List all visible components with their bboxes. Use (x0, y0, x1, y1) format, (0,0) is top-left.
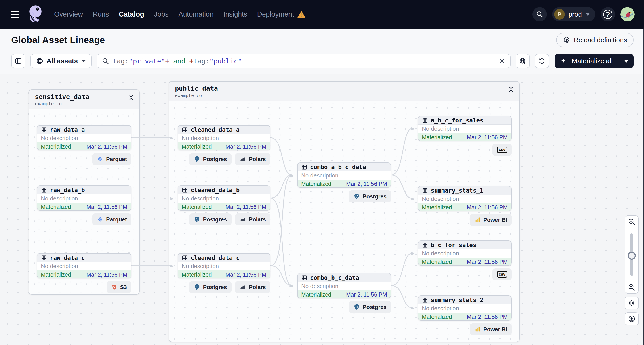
collapse-group-button[interactable] (128, 93, 134, 102)
asset-name: a_b_c_for_sales (431, 117, 483, 124)
kind-badge-s3[interactable]: S3 (106, 281, 132, 293)
zoom-out-button[interactable] (625, 281, 638, 294)
polars-icon (240, 216, 246, 223)
zoom-slider-thumb[interactable] (628, 252, 636, 260)
lineage-canvas[interactable]: sensitive_data example_co public_data ex… (0, 74, 644, 345)
materialization-timestamp: Mar 2, 11:56 PM (226, 144, 266, 150)
kind-badge-postgres[interactable]: Postgres (349, 190, 391, 202)
asset-node-raw-data-c[interactable]: raw_data_c No description MaterializedMa… (37, 253, 132, 278)
nav-item-automation[interactable]: Automation (178, 10, 214, 18)
refresh-button[interactable] (535, 54, 549, 68)
materialize-options-button[interactable] (619, 54, 634, 68)
status-badge: Materialized (41, 204, 71, 210)
group-repo: example_co (175, 93, 218, 98)
graph-settings-button[interactable] (624, 296, 639, 310)
kind-badge-postgres[interactable]: Postgres (189, 214, 232, 226)
polars-icon (240, 156, 246, 162)
asset-node-raw-data-a[interactable]: raw_data_a No description MaterializedMa… (37, 125, 132, 150)
table-icon (301, 274, 308, 281)
reload-definitions-label: Reload definitions (574, 36, 627, 44)
group-name: public_data (175, 85, 218, 92)
collapse-group-button[interactable] (508, 85, 514, 94)
asset-node-summary-stats-1[interactable]: summary_stats_1 No description Materiali… (418, 186, 512, 211)
clear-filter-button[interactable] (498, 58, 505, 64)
kind-badge-powerbi[interactable]: Power BI (470, 323, 512, 336)
kind-badge-parquet[interactable]: Parquet (92, 214, 132, 226)
asset-name: combo_b_c_data (310, 274, 359, 281)
kind-badge-csv[interactable]: csv (492, 268, 512, 280)
zoom-controls (624, 215, 639, 294)
open-panel-button[interactable] (11, 54, 26, 68)
nav-item-catalog[interactable]: Catalog (119, 10, 144, 18)
reload-cube-icon (563, 36, 570, 44)
page-header: Global Asset Lineage Reload definitions (0, 28, 644, 52)
table-icon (182, 127, 188, 133)
kind-badge-csv[interactable]: csv (492, 144, 512, 156)
question-icon: ? (603, 10, 612, 19)
asset-name: cleaned_data_b (190, 187, 240, 194)
environment-switcher[interactable]: P prod (552, 7, 595, 22)
panel-toggle-icon (14, 57, 22, 65)
download-image-button[interactable] (624, 312, 639, 325)
kind-badge-polars[interactable]: Polars (235, 153, 270, 165)
dagster-app: Overview Runs Catalog Jobs Automation In… (0, 0, 644, 345)
status-badge: Materialized (422, 314, 452, 320)
asset-node-a-b-c-for-sales[interactable]: a_b_c_for_sales No description Materiali… (418, 116, 512, 141)
asset-name: raw_data_b (50, 187, 85, 194)
asset-description: No description (37, 194, 131, 203)
nav-item-insights[interactable]: Insights (224, 10, 247, 18)
search-icon (536, 11, 543, 18)
reload-definitions-button[interactable]: Reload definitions (556, 32, 634, 47)
nav-item-overview[interactable]: Overview (54, 10, 83, 18)
dagster-logo-icon[interactable] (27, 4, 44, 25)
asset-filter-input[interactable]: tag:"private"+ and +tag:"public" (96, 54, 510, 68)
zoom-in-button[interactable] (625, 216, 638, 228)
kind-badge-powerbi[interactable]: Power BI (470, 214, 512, 226)
materialize-all-button[interactable]: Materialize all (555, 54, 618, 68)
asset-description: No description (37, 134, 131, 142)
asset-name: raw_data_c (50, 254, 85, 261)
polars-icon (240, 284, 246, 290)
asset-name: combo_a_b_c_data (310, 164, 366, 170)
asset-node-raw-data-b[interactable]: raw_data_b No description MaterializedMa… (37, 186, 132, 211)
fit-view-button[interactable] (516, 54, 530, 68)
user-avatar[interactable] (620, 7, 634, 22)
kind-badge-parquet[interactable]: Parquet (92, 153, 132, 165)
kind-badge-polars[interactable]: Polars (235, 281, 270, 293)
gear-icon (628, 299, 636, 307)
kind-badge-postgres[interactable]: Postgres (189, 281, 232, 293)
asset-node-cleaned-data-a[interactable]: cleaned_data_a No description Materializ… (178, 125, 270, 150)
table-icon (182, 255, 188, 261)
asset-node-cleaned-data-c[interactable]: cleaned_data_c No description Materializ… (178, 253, 270, 278)
asset-node-b-c-for-sales[interactable]: b_c_for_sales No description Materialize… (418, 240, 512, 266)
nav-item-jobs[interactable]: Jobs (154, 10, 168, 18)
materialize-all-label: Materialize all (572, 57, 613, 65)
postgres-icon (353, 304, 360, 310)
chevron-down-icon (586, 13, 590, 16)
kind-badge-postgres[interactable]: Postgres (349, 301, 391, 313)
hamburger-menu-icon[interactable] (11, 11, 20, 18)
table-icon (301, 164, 308, 170)
help-button[interactable]: ? (601, 7, 615, 22)
top-nav: Overview Runs Catalog Jobs Automation In… (0, 0, 644, 28)
asset-scope-dropdown[interactable]: All assets (30, 54, 92, 68)
asset-node-cleaned-data-b[interactable]: cleaned_data_b No description Materializ… (178, 186, 270, 211)
asset-node-combo-a-b-c-data[interactable]: combo_a_b_c_data No description Material… (297, 162, 391, 188)
vertical-scrollbar[interactable] (643, 28, 644, 345)
asset-description: No description (178, 194, 270, 203)
materialization-timestamp: Mar 2, 11:56 PM (467, 134, 508, 140)
nav-item-runs[interactable]: Runs (93, 10, 109, 18)
materialization-timestamp: Mar 2, 11:56 PM (226, 272, 266, 278)
asset-node-summary-stats-2[interactable]: summary_stats_2 No description Materiali… (418, 296, 512, 321)
asset-node-combo-b-c-data[interactable]: combo_b_c_data No description Materializ… (297, 273, 391, 298)
table-icon (422, 188, 428, 194)
group-repo: example_co (35, 101, 90, 106)
nav-item-deployment[interactable]: Deployment (257, 10, 294, 18)
kind-badge-postgres[interactable]: Postgres (189, 153, 232, 165)
asset-description: No description (418, 195, 511, 203)
status-badge: Materialized (182, 272, 212, 278)
kind-badge-polars[interactable]: Polars (235, 214, 270, 226)
global-search-button[interactable] (532, 7, 547, 22)
page-title: Global Asset Lineage (11, 35, 105, 45)
chevron-down-icon (82, 60, 86, 62)
